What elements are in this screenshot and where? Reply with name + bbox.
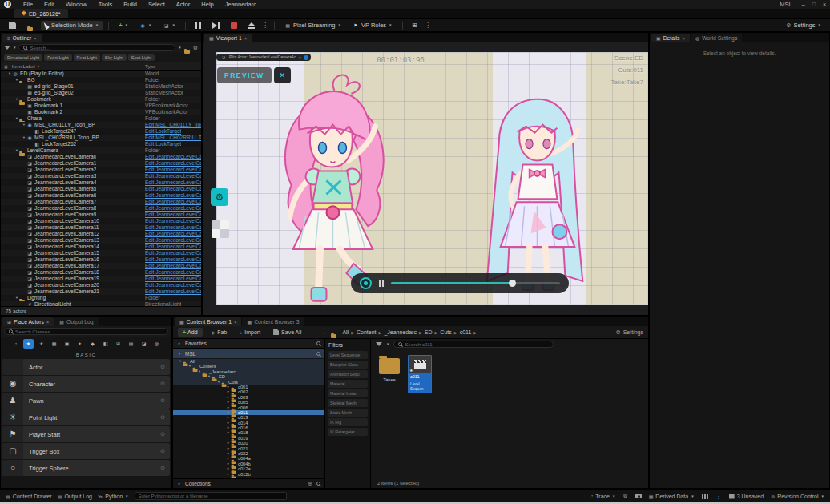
menu-item[interactable]: Actor <box>171 1 196 8</box>
favorites-header[interactable]: ▸ Favorites <box>173 339 324 349</box>
row-type[interactable]: Edit LockTarget <box>145 128 181 135</box>
menu-item[interactable]: Edit <box>38 1 60 8</box>
selection-mode-dropdown[interactable]: Selection Mode ▼ <box>41 21 103 30</box>
row-type[interactable]: StaticMeshActor <box>145 90 183 96</box>
sources-header[interactable]: ▾ MSL <box>173 349 324 358</box>
pixel-streaming-dropdown[interactable]: Pixel Streaming ▼ <box>280 21 345 30</box>
filter-chip[interactable]: Point Light <box>44 54 71 61</box>
row-type[interactable]: Edit JeannedarcLevelCame <box>145 231 201 237</box>
expand-arrow-icon[interactable]: ▸ <box>177 482 182 486</box>
row-type[interactable]: Edit JeannedarcLevelCame <box>145 250 201 256</box>
derived-data-dropdown[interactable]: ▦ Derived Data ▼ <box>649 494 695 499</box>
cinematics-dropdown[interactable]: ▼ <box>159 22 179 30</box>
info-icon[interactable]: ⊙ <box>160 381 165 387</box>
category-icon[interactable] <box>75 339 85 349</box>
category-icon[interactable] <box>87 339 98 349</box>
add-button[interactable]: + Add <box>178 328 203 337</box>
filter-chip[interactable]: IK Retargeter <box>328 428 368 436</box>
outliner-row[interactable]: JeannedarcLevelCamera19 Edit JeannedarcL… <box>1 276 201 282</box>
filter-chip[interactable]: Animation Sequ <box>328 370 368 378</box>
forward-icon[interactable]: → <box>320 329 326 335</box>
visibility-eye-icon[interactable]: ◉ <box>4 64 8 69</box>
transparency-checker-swatch[interactable] <box>212 220 229 238</box>
row-type[interactable]: World <box>145 71 159 77</box>
outliner-search-input[interactable] <box>30 45 171 50</box>
row-type[interactable]: Edit JeannedarcLevelCame <box>145 199 201 205</box>
row-type[interactable]: Edit JeannedarcLevelCame <box>145 276 201 282</box>
outliner-search-box[interactable] <box>18 44 175 51</box>
row-type[interactable]: Edit JeannedarcLevelCame <box>145 186 201 192</box>
info-icon[interactable]: ⊙ <box>160 397 165 404</box>
filter-chip[interactable]: Static Mesh <box>328 409 368 417</box>
row-type[interactable]: Edit MSL_CH01LLY_Toon_E <box>145 122 201 128</box>
level-sequence-tile[interactable]: ★ c011 Level Sequen <box>408 355 432 393</box>
outliner-row[interactable]: JeannedarcLevelCamera7 Edit JeannedarcLe… <box>1 199 201 205</box>
folder-tile[interactable]: Takes <box>379 355 400 382</box>
record-stop-button[interactable] <box>360 277 372 289</box>
filter-chip[interactable]: Material Instan <box>328 389 368 397</box>
outliner-row[interactable]: JeannedarcLevelCamera2 Edit JeannedarcLe… <box>1 167 201 173</box>
outliner-row[interactable]: ▾ BG Folder <box>1 77 201 83</box>
filter-chip[interactable]: Skeletal Mesh <box>328 399 368 407</box>
category-icon[interactable] <box>139 339 149 349</box>
outliner-row[interactable]: JeannedarcLevelCamera3 Edit JeannedarcLe… <box>1 173 201 179</box>
content-drawer-button[interactable]: ▤ Content Drawer <box>6 494 52 499</box>
outliner-row[interactable]: JeannedarcLevelCamera5 Edit JeannedarcLe… <box>1 186 201 192</box>
chevron-down-icon[interactable]: ▼ <box>386 342 389 346</box>
close-icon[interactable]: × <box>46 320 50 325</box>
breadcrumb-item[interactable]: c011 ▶ <box>460 329 477 335</box>
maximize-button[interactable]: □ <box>812 2 816 7</box>
filter-chip[interactable]: Directional Light <box>4 54 42 61</box>
filter-icon[interactable] <box>4 46 10 50</box>
toolbar-options-icon[interactable]: ⋮ <box>425 22 431 29</box>
category-icon[interactable] <box>10 339 21 349</box>
place-actors-search-box[interactable] <box>4 328 168 335</box>
trace-dropdown[interactable]: ◔ Trace ▼ <box>590 494 616 499</box>
filter-chip[interactable]: Spot Light <box>128 54 155 61</box>
row-type[interactable]: Edit JeannedarcLevelCame <box>145 167 201 173</box>
expand-arrow-icon[interactable]: ▸ <box>226 430 231 435</box>
place-actor-item[interactable]: Point Light ⊙ <box>2 409 170 425</box>
close-icon[interactable]: × <box>234 320 237 325</box>
expand-arrow-icon[interactable]: ▾ <box>187 364 192 369</box>
pause-icon[interactable] <box>379 280 384 287</box>
row-type[interactable]: Edit JeannedarcLevelCame <box>145 269 201 276</box>
place-actor-item[interactable]: Trigger Sphere ⊙ <box>2 460 170 476</box>
place-actor-item[interactable]: Pawn ⊙ <box>2 393 170 409</box>
tab-content-browser-3[interactable]: ▦ Content Browser 3 <box>242 317 304 326</box>
row-type[interactable]: Folder <box>145 96 160 103</box>
outliner-row[interactable]: JeannedarcLevelCamera13 Edit JeannedarcL… <box>1 237 201 244</box>
frame-skip-button[interactable] <box>208 22 224 30</box>
row-type[interactable]: Edit JeannedarcLevelCame <box>145 256 201 263</box>
filter-chip[interactable]: Sky Light <box>102 54 127 61</box>
place-actors-search-input[interactable] <box>15 329 163 334</box>
python-dropdown[interactable]: ≫ Python ▼ <box>98 494 129 499</box>
row-type[interactable]: Edit JeannedarcLevelCame <box>145 205 201 212</box>
expand-arrow-icon[interactable]: ▾ <box>177 352 182 356</box>
filter-chip[interactable]: Material <box>328 380 368 388</box>
expand-arrow-icon[interactable]: ▸ <box>226 472 231 477</box>
tab-details[interactable]: ▣ Details × <box>651 34 690 42</box>
row-type[interactable]: Edit JeannedarcLevelCame <box>145 154 201 160</box>
place-actor-item[interactable]: Actor ⊙ <box>2 359 170 375</box>
folder-tree-row[interactable]: ▸ c012b <box>173 472 324 477</box>
filter-chip[interactable]: Level Sequence <box>328 351 368 359</box>
content-browser-settings-button[interactable]: ⚙ Settings <box>615 329 643 336</box>
gear-icon[interactable]: ⚙ <box>622 493 627 499</box>
outliner-row[interactable]: JeannedarcLevelCamera20 Edit JeannedarcL… <box>1 282 201 288</box>
menu-item[interactable]: Build <box>118 1 143 8</box>
item-label-header[interactable]: Item Label <box>12 63 35 69</box>
info-icon[interactable]: ⊙ <box>160 448 165 454</box>
blueprints-dropdown[interactable]: ▼ <box>135 22 155 30</box>
save-all-button[interactable]: Save All <box>269 329 305 336</box>
python-command-input[interactable] <box>135 492 287 500</box>
breadcrumb-item[interactable]: _Jeannedarc ▶ <box>384 329 421 335</box>
row-type[interactable]: Edit JeannedarcLevelCame <box>145 173 201 179</box>
expand-arrow-icon[interactable]: ▸ <box>177 341 182 345</box>
outliner-row[interactable]: ▾ Chara Folder <box>1 115 201 122</box>
category-icon[interactable] <box>151 339 162 349</box>
outliner-row[interactable]: ▾ MSL_CH01LLY_Toon_BP Edit MSL_CH01LLY_T… <box>1 122 201 128</box>
stop-button[interactable] <box>227 22 241 30</box>
outliner-row[interactable]: JeannedarcLevelCamera1 Edit JeannedarcLe… <box>1 160 201 167</box>
row-type[interactable]: VPBookmarkActor <box>145 109 188 115</box>
